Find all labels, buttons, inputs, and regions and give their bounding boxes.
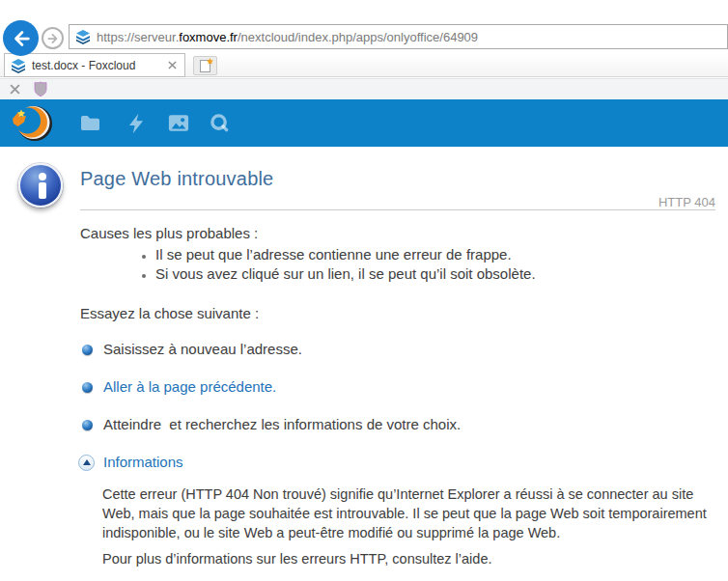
cause-item: Il se peut que l’adresse contienne une e…	[155, 245, 715, 264]
bullet-sphere-icon	[82, 345, 93, 355]
suggestion-row: Atteindre et recherchez les informations…	[82, 415, 715, 434]
tab-close-icon[interactable]	[166, 59, 179, 71]
forward-arrow-icon	[46, 32, 60, 45]
addon-bar	[0, 78, 728, 99]
url-path-text: /nextcloud/index.php/apps/onlyoffice/649…	[238, 30, 478, 44]
files-icon[interactable]	[74, 99, 105, 147]
previous-page-link[interactable]: Aller à la page précédente.	[103, 377, 276, 397]
try-label: Essayez la chose suivante :	[80, 304, 715, 323]
foxcloud-logo[interactable]	[8, 102, 54, 145]
browser-toolbar: https://serveur.foxmove.fr/nextcloud/ind…	[0, 0, 728, 53]
address-bar[interactable]: https://serveur.foxmove.fr/nextcloud/ind…	[69, 24, 728, 49]
activity-icon[interactable]	[121, 99, 152, 147]
bullet-sphere-icon	[82, 382, 93, 393]
http-status: HTTP 404	[658, 195, 715, 209]
gallery-icon[interactable]	[163, 99, 194, 147]
cause-item: Si vous avez cliqué sur un lien, il se p…	[155, 264, 715, 284]
url-scheme-text: https://serveur.	[97, 30, 179, 44]
shield-icon	[34, 81, 47, 97]
informations-row: Informations	[78, 453, 715, 472]
suggestion-search: Atteindre et recherchez les informations…	[103, 415, 461, 434]
site-favicon	[75, 29, 91, 44]
page-title: Page Web introuvable	[80, 168, 273, 190]
error-body: Causes les plus probables : Il se peut q…	[80, 224, 715, 568]
url-domain-text: foxmove.fr	[179, 30, 238, 44]
collapse-arrow-icon[interactable]	[78, 455, 95, 471]
close-icon[interactable]	[10, 84, 20, 95]
search-icon[interactable]	[204, 99, 235, 147]
back-arrow-icon	[11, 28, 32, 49]
suggestion-retype-address: Saisissez à nouveau l’adresse.	[103, 340, 302, 359]
bullet-sphere-icon	[82, 420, 93, 430]
tab-favicon	[11, 58, 26, 73]
error-description: Cette erreur (HTTP 404 Non trouvé) signi…	[102, 484, 715, 542]
help-text: Pour plus d’informations sur les erreurs…	[102, 549, 715, 568]
informations-link[interactable]: Informations	[103, 453, 183, 472]
tab-test-docx[interactable]: test.docx - Foxcloud	[4, 53, 185, 77]
app-header	[0, 99, 728, 147]
divider	[80, 209, 715, 210]
tab-title: test.docx - Foxcloud	[32, 59, 166, 72]
tab-strip: test.docx - Foxcloud	[0, 53, 728, 77]
info-icon	[18, 163, 63, 208]
browser-window: https://serveur.foxmove.fr/nextcloud/ind…	[0, 0, 728, 581]
suggestion-row: Saisissez à nouveau l’adresse.	[82, 340, 715, 359]
back-button[interactable]	[3, 20, 39, 56]
forward-button[interactable]	[42, 27, 64, 49]
suggestion-row: Aller à la page précédente.	[82, 377, 715, 397]
new-tab-star-icon	[206, 58, 214, 67]
error-page: Page Web introuvable HTTP 404 Causes les…	[0, 147, 728, 581]
new-tab-button[interactable]	[193, 56, 217, 75]
causes-list: Il se peut que l’adresse contienne une e…	[80, 245, 715, 284]
causes-label: Causes les plus probables :	[80, 224, 715, 243]
